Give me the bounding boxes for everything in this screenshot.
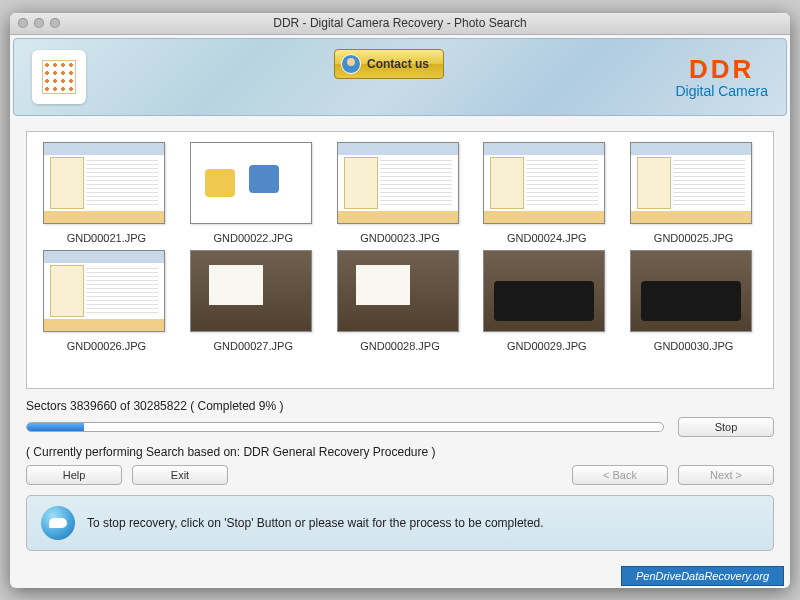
status-text: ( Currently performing Search based on: … [26,445,774,459]
contact-us-button[interactable]: Contact us [334,49,444,79]
thumbnail-image [43,250,165,332]
thumbnail-item[interactable]: GND00024.JPG [483,142,610,244]
app-logo [32,50,86,104]
thumbnail-item[interactable]: GND00029.JPG [483,250,610,352]
contact-label: Contact us [367,57,429,71]
next-button: Next > [678,465,774,485]
thumbnail-item[interactable]: GND00026.JPG [43,250,170,352]
thumbnail-item[interactable]: GND00030.JPG [630,250,757,352]
back-button: < Back [572,465,668,485]
info-chat-icon [41,506,75,540]
help-button[interactable]: Help [26,465,122,485]
brand-subtitle: Digital Camera [675,83,768,99]
brand-title: DDR [675,54,768,85]
thumbnail-label: GND00022.JPG [190,232,317,244]
thumbnail-label: GND00021.JPG [43,232,170,244]
logo-icon [42,60,76,94]
thumbnail-item[interactable]: GND00028.JPG [337,250,464,352]
progress-bar [26,422,664,432]
thumbnail-label: GND00025.JPG [630,232,757,244]
thumbnail-row: GND00021.JPG GND00022.JPG GND00023.JPG G… [43,142,757,244]
thumbnail-label: GND00024.JPG [483,232,610,244]
thumbnail-image [43,142,165,224]
contact-avatar-icon [341,54,361,74]
thumbnail-item[interactable]: GND00021.JPG [43,142,170,244]
content-area: GND00021.JPG GND00022.JPG GND00023.JPG G… [10,119,790,588]
progress-fill [27,423,84,431]
thumbnail-item[interactable]: GND00025.JPG [630,142,757,244]
thumbnail-image [190,250,312,332]
thumbnail-image [483,250,605,332]
thumbnail-label: GND00023.JPG [337,232,464,244]
window-title: DDR - Digital Camera Recovery - Photo Se… [10,16,790,30]
stop-button[interactable]: Stop [678,417,774,437]
watermark: PenDriveDataRecovery.org [621,566,784,586]
thumbnail-image [630,250,752,332]
thumbnail-image [630,142,752,224]
thumbnail-image [190,142,312,224]
thumbnail-image [337,142,459,224]
thumbnail-panel: GND00021.JPG GND00022.JPG GND00023.JPG G… [26,131,774,389]
thumbnail-item[interactable]: GND00022.JPG [190,142,317,244]
thumbnail-image [337,250,459,332]
nav-row: Help Exit < Back Next > [26,465,774,485]
app-window: DDR - Digital Camera Recovery - Photo Se… [10,13,790,588]
info-text: To stop recovery, click on 'Stop' Button… [87,516,544,530]
progress-text: Sectors 3839660 of 30285822 ( Completed … [26,399,774,413]
thumbnail-label: GND00030.JPG [630,340,757,352]
thumbnail-label: GND00028.JPG [337,340,464,352]
exit-button[interactable]: Exit [132,465,228,485]
progress-section: Sectors 3839660 of 30285822 ( Completed … [26,399,774,437]
thumbnail-item[interactable]: GND00023.JPG [337,142,464,244]
brand: DDR Digital Camera [675,54,768,99]
thumbnail-label: GND00027.JPG [190,340,317,352]
thumbnail-label: GND00029.JPG [483,340,610,352]
thumbnail-item[interactable]: GND00027.JPG [190,250,317,352]
thumbnail-label: GND00026.JPG [43,340,170,352]
thumbnail-image [483,142,605,224]
thumbnail-row: GND00026.JPG GND00027.JPG GND00028.JPG G… [43,250,757,352]
header-banner: Contact us DDR Digital Camera [13,38,787,116]
titlebar: DDR - Digital Camera Recovery - Photo Se… [10,13,790,35]
info-box: To stop recovery, click on 'Stop' Button… [26,495,774,551]
